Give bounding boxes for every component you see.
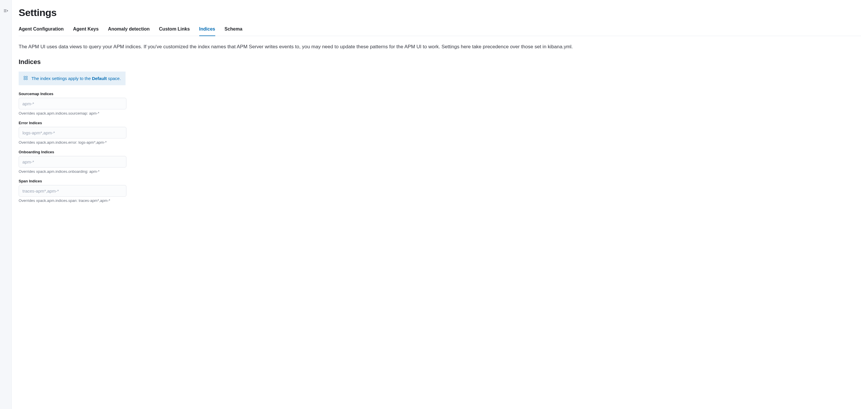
spaces-icon [23, 76, 28, 81]
svg-rect-0 [24, 76, 25, 78]
svg-rect-3 [26, 78, 27, 80]
callout-text-pre: The index settings apply to the [31, 76, 92, 81]
input-onboarding-indices[interactable] [19, 156, 126, 168]
callout-text-post: space. [106, 76, 121, 81]
form-row-sourcemap: Sourcemap Indices Overrides xpack.apm.in… [19, 92, 126, 115]
svg-rect-2 [24, 78, 25, 80]
form-row-onboarding: Onboarding Indices Overrides xpack.apm.i… [19, 150, 126, 174]
collapsed-sidebar [0, 0, 12, 409]
tab-agent-keys[interactable]: Agent Keys [73, 27, 99, 36]
tab-custom-links[interactable]: Custom Links [159, 27, 190, 36]
section-title-indices: Indices [19, 58, 861, 66]
page-description: The APM UI uses data views to query your… [19, 43, 861, 50]
label-sourcemap-indices: Sourcemap Indices [19, 92, 126, 96]
label-error-indices: Error Indices [19, 121, 126, 125]
help-error-indices: Overrides xpack.apm.indices.error: logs-… [19, 140, 126, 144]
settings-tabs: Agent Configuration Agent Keys Anomaly d… [19, 27, 861, 36]
form-row-error: Error Indices Overrides xpack.apm.indice… [19, 121, 126, 144]
form-row-span: Span Indices Overrides xpack.apm.indices… [19, 179, 126, 203]
input-sourcemap-indices[interactable] [19, 98, 126, 109]
help-span-indices: Overrides xpack.apm.indices.span: traces… [19, 198, 126, 203]
callout-text-bold: Default [92, 76, 107, 81]
input-error-indices[interactable] [19, 127, 126, 138]
input-span-indices[interactable] [19, 185, 126, 197]
page-title: Settings [19, 7, 861, 18]
space-callout: The index settings apply to the Default … [19, 72, 126, 85]
tab-schema[interactable]: Schema [224, 27, 242, 36]
tab-indices[interactable]: Indices [199, 27, 215, 36]
svg-rect-1 [26, 76, 27, 78]
tab-anomaly-detection[interactable]: Anomaly detection [108, 27, 150, 36]
main-content: Settings Agent Configuration Agent Keys … [12, 0, 868, 409]
label-span-indices: Span Indices [19, 179, 126, 183]
expand-sidebar-icon[interactable] [3, 8, 8, 14]
tab-agent-configuration[interactable]: Agent Configuration [19, 27, 64, 36]
label-onboarding-indices: Onboarding Indices [19, 150, 126, 154]
help-onboarding-indices: Overrides xpack.apm.indices.onboarding: … [19, 169, 126, 174]
callout-text: The index settings apply to the Default … [31, 76, 121, 81]
help-sourcemap-indices: Overrides xpack.apm.indices.sourcemap: a… [19, 111, 126, 115]
